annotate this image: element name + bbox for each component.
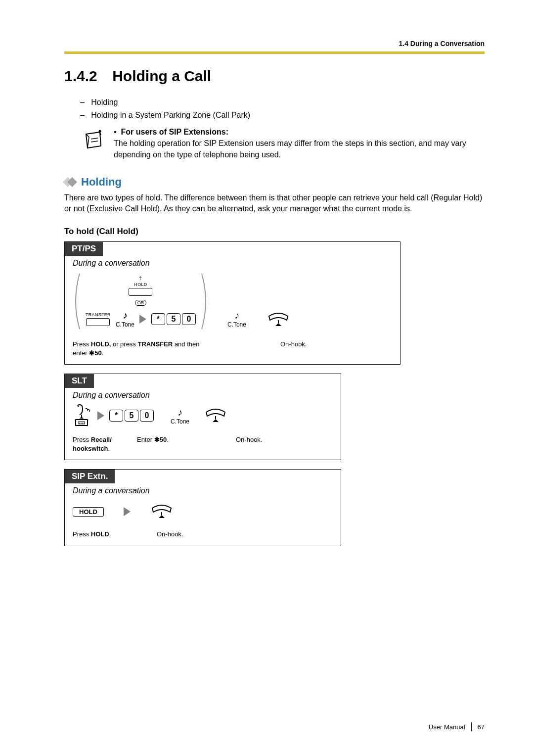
onhook-icon [150, 503, 173, 520]
note-block: • For users of SIP Extensions: The holdi… [64, 126, 485, 161]
onhook-icon [204, 407, 227, 424]
arrow-icon [139, 315, 146, 324]
svg-line-1 [91, 141, 98, 142]
hookswitch-icon [73, 404, 92, 427]
procedure-context: During a conversation [65, 388, 341, 401]
key-5: 5 [125, 410, 138, 422]
option-group: ⇡ HOLD OR TRANSFER ♪ C. [73, 272, 209, 332]
arrow-icon [124, 507, 131, 516]
procedure-box-sip: SIP Extn. During a conversation HOLD [64, 469, 341, 546]
procedure-tab: SIP Extn. [65, 470, 115, 483]
topic-list: – Holding – Holding in a System Parking … [64, 96, 485, 121]
tone-icon: ♪ [234, 310, 239, 321]
procedure-context: During a conversation [65, 256, 400, 269]
key-star: * [109, 410, 123, 422]
accent-bar [64, 51, 485, 54]
ctone-label: C.Tone [116, 321, 134, 328]
svg-point-2 [99, 130, 101, 133]
note-text: The holding operation for SIP Extension … [114, 138, 485, 160]
note-title: For users of SIP Extensions: [121, 128, 229, 136]
arrow-up-icon: ⇡ [138, 276, 142, 281]
onhook-icon [267, 311, 290, 328]
subheading: Holding [81, 176, 122, 189]
step-caption: On-hook. [236, 435, 262, 453]
procedure-box-ptps: PT/PS During a conversation ⇡ HOLD OR [64, 241, 400, 365]
tone-icon: ♪ [178, 407, 182, 418]
key-star: * [151, 313, 165, 325]
section-number: 1.4.2 [64, 68, 97, 85]
step-caption: Enter ✱50. [137, 435, 191, 453]
key-0: 0 [182, 313, 196, 325]
hold-key-label: HOLD [134, 282, 147, 287]
keypad-code: * 5 0 [109, 410, 154, 422]
ctone-label: C.Tone [227, 321, 246, 328]
footer-label: User Manual [429, 723, 465, 731]
transfer-key-icon [86, 318, 110, 326]
step-caption: Press Recall/ hookswitch. [73, 435, 127, 453]
section-title: Holding a Call [112, 68, 211, 84]
body-paragraph: There are two types of hold. The differe… [64, 192, 485, 215]
page-footer: User Manual 67 [429, 722, 485, 731]
step-caption: Press HOLD. [73, 530, 132, 539]
breadcrumb: 1.4 During a Conversation [64, 40, 485, 47]
keypad-code: * 5 0 [151, 313, 196, 325]
or-badge: OR [135, 300, 147, 306]
key-0: 0 [140, 410, 154, 422]
step-caption: On-hook. [280, 340, 307, 357]
transfer-key-label: TRANSFER [86, 312, 111, 317]
note-icon [80, 128, 105, 155]
procedure-tab: SLT [65, 374, 94, 388]
instruction-title: To hold (Call Hold) [64, 227, 485, 236]
key-5: 5 [167, 313, 180, 325]
list-item: Holding in a System Parking Zone (Call P… [91, 111, 250, 119]
procedure-box-slt: SLT During a conversation [64, 374, 341, 460]
list-item: Holding [91, 98, 118, 106]
svg-line-0 [91, 138, 98, 139]
step-caption: Press HOLD, or press TRANSFER and then e… [73, 340, 201, 357]
arrow-icon [97, 411, 104, 420]
ctone-label: C.Tone [171, 418, 189, 425]
tone-icon: ♪ [123, 310, 128, 321]
page-number: 67 [478, 723, 485, 731]
subheading-row: Holding [64, 176, 485, 189]
section-heading: 1.4.2 Holding a Call [64, 68, 485, 85]
step-caption: On-hook. [157, 530, 183, 539]
procedure-context: During a conversation [65, 483, 341, 496]
procedure-tab: PT/PS [65, 242, 103, 256]
hold-key-icon [129, 288, 152, 296]
hold-button-icon: HOLD [73, 507, 104, 517]
diamond-icon [64, 177, 77, 187]
